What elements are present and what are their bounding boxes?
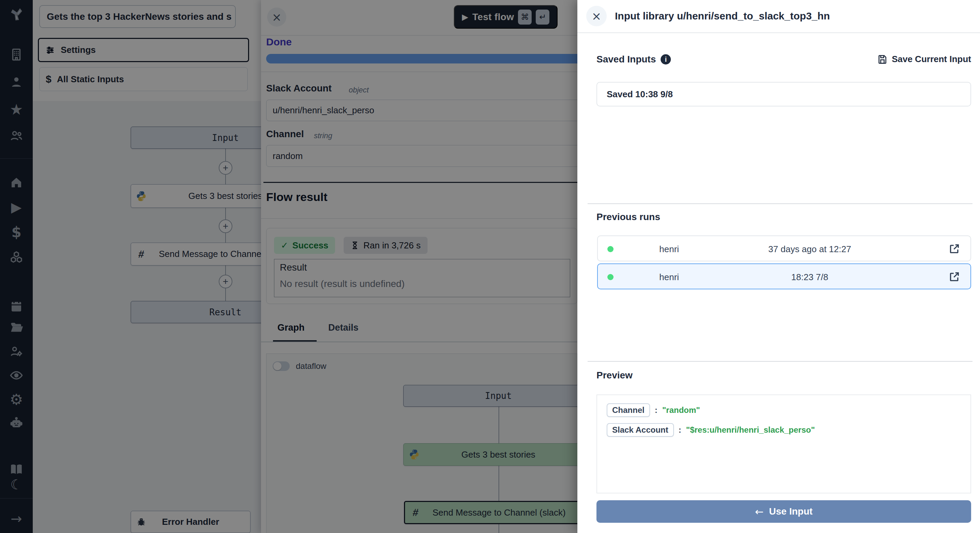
- preview-heading: Preview: [597, 370, 633, 381]
- preview-value-channel: "random": [662, 406, 700, 415]
- previous-runs-label: Previous runs: [597, 212, 660, 223]
- use-input-label: Use Input: [769, 506, 813, 517]
- colon: :: [655, 406, 657, 415]
- preview-line-channel: Channel : "random": [607, 403, 700, 417]
- save-floppy-icon: [877, 54, 888, 65]
- colon: :: [679, 425, 681, 435]
- run-time: 18:23 7/8: [598, 272, 970, 283]
- preview-key-channel[interactable]: Channel: [607, 403, 650, 417]
- divider: [588, 204, 972, 204]
- open-run-external-link-icon[interactable]: [948, 271, 960, 283]
- preview-label: Preview: [597, 370, 633, 381]
- run-time: 37 days ago at 12:27: [598, 244, 970, 255]
- previous-runs-heading: Previous runs: [597, 212, 660, 223]
- divider: [588, 361, 972, 362]
- preview-line-slack-account: Slack Account : "$res:u/henri/henri_slac…: [607, 423, 815, 437]
- previous-run-row-2-selected[interactable]: henri 18:23 7/8: [597, 263, 971, 290]
- save-current-input-button[interactable]: Save Current Input: [877, 54, 971, 65]
- app-screen: ★ ▶ $ ⚙ ☾ →: [0, 0, 980, 533]
- open-run-external-link-icon[interactable]: [948, 243, 960, 255]
- save-current-input-label: Save Current Input: [892, 54, 971, 65]
- divider: [578, 32, 980, 33]
- preview-key-slack-account[interactable]: Slack Account: [607, 423, 674, 437]
- saved-input-entry[interactable]: Saved 10:38 9/8: [597, 82, 971, 107]
- saved-inputs-label: Saved Inputs: [597, 54, 656, 65]
- preview-value-slack-account: "$res:u/henri/henri_slack_perso": [686, 425, 815, 435]
- input-library-drawer: × Input library u/henri/send_to_slack_to…: [578, 0, 980, 533]
- drawer-title: Input library u/henri/send_to_slack_top3…: [615, 10, 830, 22]
- use-input-button[interactable]: ← Use Input: [597, 500, 971, 523]
- previous-run-row-1[interactable]: henri 37 days ago at 12:27: [597, 235, 971, 261]
- close-drawer-button[interactable]: ×: [586, 6, 607, 26]
- left-arrow-icon: ←: [755, 506, 764, 518]
- saved-inputs-heading: Saved Inputs i: [597, 54, 671, 65]
- preview-box: Channel : "random" Slack Account : "$res…: [597, 395, 971, 493]
- modal-overlay[interactable]: [0, 0, 578, 533]
- info-icon[interactable]: i: [660, 54, 671, 65]
